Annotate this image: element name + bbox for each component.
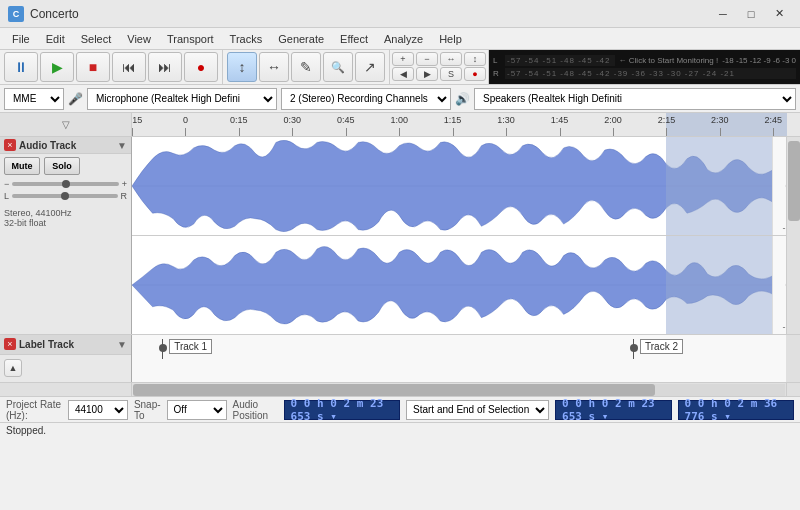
label-pin-2 [629,339,639,359]
pan-label-r: R [121,191,128,201]
ruler-tick: 1:45 [560,113,561,136]
ruler-arrow: ▽ [62,119,70,130]
label-track-panel: × Label Track ▼ ▲ [0,335,132,382]
mute-solo-row: Mute Solo [4,157,127,175]
audio-track-header: × Audio Track ▼ [0,137,131,154]
h-scroll-thumb[interactable] [133,384,655,396]
timeline-ruler[interactable]: ▽ -0:1500:150:300:451:001:151:301:452:00… [0,113,800,137]
sel-start-display: 0 0 h 0 2 m 23 653 s ▾ [555,400,671,420]
zoom-out-btn[interactable]: − [416,52,438,66]
close-button[interactable]: ✕ [766,4,792,24]
stopped-text: Stopped. [6,425,46,436]
click-monitor-text[interactable]: ← Click to Start Monitoring ! [619,56,719,65]
menu-tracks[interactable]: Tracks [222,31,271,47]
ruler-tick: 0:30 [292,113,293,136]
skip-forward-button[interactable]: ⏭ [148,52,182,82]
play-button[interactable]: ▶ [40,52,74,82]
menu-select[interactable]: Select [73,31,120,47]
sel-btn[interactable]: S [440,67,462,81]
label-pin-1 [158,339,168,359]
draw-tool[interactable]: ✎ [291,52,321,82]
main-content: × Audio Track ▼ Mute Solo − + L R [0,137,800,335]
speaker-select[interactable]: Speakers (Realtek High Definiti [474,88,796,110]
gain-row: − + [4,179,127,189]
ruler-tick: 1:15 [453,113,454,136]
ruler-canvas[interactable]: -0:1500:150:300:451:001:151:301:452:002:… [132,113,800,136]
meter-r-scale: -57 -54 -51 -48 -45 -42 -39 -36 -33 -30 … [505,68,796,79]
prev-btn[interactable]: ◀ [392,67,414,81]
menu-generate[interactable]: Generate [270,31,332,47]
transport-area: ⏸ ▶ ■ ⏮ ⏭ ● [0,50,223,84]
waveform-bottom[interactable]: 1.0 0.0 -1.0 [132,236,800,334]
h-scroll-right-btn[interactable] [786,383,800,396]
audio-pos-value: 0 0 h 0 2 m 23 653 s ▾ [291,397,393,423]
label-track-area[interactable]: Track 1 Track 2 [132,335,800,382]
stop-button[interactable]: ■ [76,52,110,82]
label-box-1[interactable]: Track 1 [169,339,212,354]
meter-l-label: L [493,56,505,65]
minimize-button[interactable]: ─ [710,4,736,24]
extra-row-1: + − ↔ ↕ [392,52,486,66]
label-track-close[interactable]: × [4,338,16,350]
selection-type-select[interactable]: Start and End of Selection [406,400,549,420]
device-bar: MME 🎤 Microphone (Realtek High Defini 2 … [0,85,800,113]
channels-select[interactable]: 2 (Stereo) Recording Channels [281,88,451,110]
project-rate-label: Project Rate (Hz): [6,399,62,421]
sel-end-display: 0 0 h 0 2 m 36 776 s ▾ [678,400,794,420]
menu-transport[interactable]: Transport [159,31,222,47]
selection-tool[interactable]: ↕ [227,52,257,82]
solo-button[interactable]: Solo [44,157,80,175]
scrollbar-thumb[interactable] [788,141,800,221]
pause-button[interactable]: ⏸ [4,52,38,82]
speaker-icon: 🔊 [455,92,470,106]
record-button[interactable]: ● [184,52,218,82]
api-select[interactable]: MME [4,88,64,110]
waveform-top[interactable]: 1.0 0.0 -1.0 [132,137,800,236]
menu-help[interactable]: Help [431,31,470,47]
menu-edit[interactable]: Edit [38,31,73,47]
waveform-area[interactable]: 1.0 0.0 -1.0 1.0 0.0 -1.0 [132,137,800,334]
meter-l-scale: -57 -54 -51 -48 -45 -42 [505,55,615,66]
audio-track-info: Stereo, 44100Hz 32-bit float [0,206,131,230]
snap-to-select[interactable]: Off [167,400,227,420]
gain-label-minus: − [4,179,9,189]
track-close-button[interactable]: × [4,139,16,151]
menu-file[interactable]: File [4,31,38,47]
label-add-btn[interactable]: ▲ [4,359,22,377]
project-rate-select[interactable]: 44100 [68,400,128,420]
menu-effect[interactable]: Effect [332,31,376,47]
menu-analyze[interactable]: Analyze [376,31,431,47]
next-btn[interactable]: ▶ [416,67,438,81]
track-menu-arrow[interactable]: ▼ [117,140,127,151]
horizontal-scrollbar[interactable] [0,383,800,397]
envelope-tool[interactable]: ↔ [259,52,289,82]
h-scroll-track[interactable] [133,384,785,396]
h-scroll-left-pad [0,383,132,396]
zoom-tool[interactable]: 🔍 [323,52,353,82]
gain-slider[interactable] [12,182,118,186]
label-track-arrow[interactable]: ▼ [117,339,127,350]
label-track-container: × Label Track ▼ ▲ Track 1 Track 2 [0,335,800,383]
zoom-in-btn[interactable]: + [392,52,414,66]
meter-r-row: R -57 -54 -51 -48 -45 -42 -39 -36 -33 -3… [493,67,796,80]
mute-button[interactable]: Mute [4,157,40,175]
gain-slider-knob [62,180,70,188]
maximize-button[interactable]: □ [738,4,764,24]
time-shift-tool[interactable]: ↗ [355,52,385,82]
mic-icon: 🎤 [68,92,83,106]
label-box-2[interactable]: Track 2 [640,339,683,354]
vertical-scrollbar[interactable] [786,137,800,334]
rec-small-btn[interactable]: ● [464,67,486,81]
pan-slider[interactable] [12,194,117,198]
status-bar: Project Rate (Hz): 44100 Snap-To Off Aud… [0,397,800,423]
ruler-tick: 0:15 [239,113,240,136]
audio-pos-label: Audio Position [233,399,278,421]
title-bar: C Concerto ─ □ ✕ [0,0,800,28]
skip-back-button[interactable]: ⏮ [112,52,146,82]
audio-track-controls: Mute Solo − + L R [0,154,131,206]
fit2-btn[interactable]: ↕ [464,52,486,66]
menu-view[interactable]: View [119,31,159,47]
fit-btn[interactable]: ↔ [440,52,462,66]
ruler-pad: ▽ [0,113,132,136]
mic-select[interactable]: Microphone (Realtek High Defini [87,88,277,110]
